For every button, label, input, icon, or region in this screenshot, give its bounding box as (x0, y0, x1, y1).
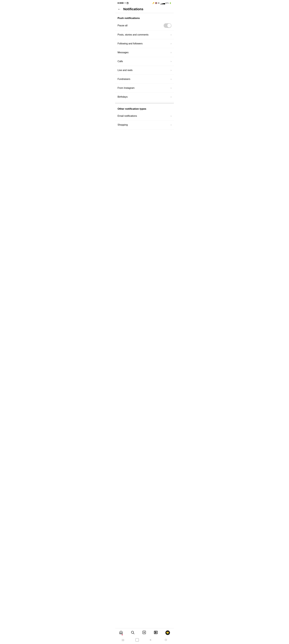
nav-icons-row: 🙂 (115, 628, 174, 636)
live-reels-right: › (171, 69, 171, 72)
key-icon: 🔑 (152, 2, 154, 4)
recents-button[interactable]: ||| (120, 638, 127, 642)
status-left-icons: 🖼 ✳ ▶ (122, 2, 128, 4)
nav-search[interactable] (129, 630, 136, 636)
chevron-right-icon: › (171, 69, 171, 72)
pinwheel-icon: ✳ (124, 2, 126, 4)
shopping-right: › (171, 124, 171, 126)
svg-line-1 (133, 633, 134, 634)
from-instagram-right: › (171, 87, 171, 89)
pause-all-toggle[interactable] (164, 23, 171, 28)
posts-stories-comments-row[interactable]: Posts, stories and comments › (115, 30, 174, 39)
status-time: 8:00 (118, 2, 122, 4)
following-followers-label: Following and followers (118, 42, 143, 45)
pause-all-row[interactable]: Pause all (115, 21, 174, 30)
profile-avatar: 🙂 (165, 630, 170, 635)
svg-text:🙂: 🙂 (167, 632, 169, 634)
shopping-row[interactable]: Shopping › (115, 120, 174, 129)
chevron-right-icon: › (171, 60, 171, 63)
following-followers-right: › (171, 42, 171, 45)
birthdays-row[interactable]: Birthdays › (115, 92, 174, 102)
photo-icon: 🖼 (122, 2, 124, 4)
fundraisers-label: Fundraisers (118, 78, 130, 80)
chevron-right-icon: › (171, 115, 171, 117)
fundraisers-row[interactable]: Fundraisers › (115, 75, 174, 84)
chevron-right-icon: › (171, 78, 171, 80)
shopping-label: Shopping (118, 124, 128, 126)
system-nav: ||| < ⚇ (115, 636, 174, 644)
battery-text: 50% (165, 2, 169, 4)
nav-new-post[interactable] (140, 630, 148, 636)
mute-icon: 🔇 (155, 2, 157, 4)
accessibility-button[interactable]: ⚇ (162, 638, 169, 642)
play-icon: ▶ (127, 2, 128, 4)
toggle-knob (167, 24, 171, 28)
status-bar: 8:00 🖼 ✳ ▶ 🔑 🔇 4G ▁▂▃▄ 50% 🔋 (115, 0, 174, 6)
search-icon (131, 630, 135, 635)
nav-profile[interactable]: 🙂 (164, 630, 172, 636)
chevron-right-icon: › (171, 34, 171, 36)
chevron-right-icon: › (171, 124, 171, 126)
battery-icon: 🔋 (169, 2, 171, 4)
chevron-right-icon: › (171, 42, 171, 45)
other-notifications-title: Other notification types (115, 104, 174, 112)
messages-row[interactable]: Messages › (115, 48, 174, 57)
birthdays-right: › (171, 96, 171, 98)
push-notifications-section: Push notifications Pause all Posts, stor… (115, 13, 174, 102)
fundraisers-right: › (171, 78, 171, 80)
messages-right: › (171, 51, 171, 54)
calls-row[interactable]: Calls › (115, 57, 174, 66)
nav-reels[interactable] (152, 630, 160, 636)
back-arrow-icon: ← (118, 7, 121, 11)
section-divider (115, 102, 174, 104)
following-followers-row[interactable]: Following and followers › (115, 39, 174, 48)
svg-point-6 (155, 632, 156, 633)
chevron-right-icon: › (171, 51, 171, 54)
plus-square-icon (142, 630, 146, 635)
posts-stories-comments-right: › (171, 34, 171, 36)
svg-rect-5 (154, 631, 157, 634)
from-instagram-row[interactable]: From Instagram › (115, 84, 174, 92)
chevron-right-icon: › (171, 96, 171, 98)
live-reels-row[interactable]: Live and reels › (115, 66, 174, 75)
status-right-icons: 🔑 🔇 4G ▁▂▃▄ 50% 🔋 (152, 2, 171, 4)
header: ← Notifications (115, 6, 174, 13)
messages-label: Messages (118, 51, 129, 54)
nav-home[interactable] (117, 630, 125, 636)
email-notifications-right: › (171, 115, 171, 117)
posts-stories-comments-label: Posts, stories and comments (118, 34, 148, 36)
home-notification-dot (122, 634, 123, 635)
calls-right: › (171, 60, 171, 63)
back-nav-button[interactable]: < (147, 638, 154, 642)
pause-all-label: Pause all (118, 24, 128, 27)
push-notifications-title: Push notifications (115, 13, 174, 21)
email-notifications-label: Email notifications (118, 115, 137, 117)
calls-label: Calls (118, 60, 123, 63)
4g-icon: 4G (158, 2, 160, 4)
home-nav-button[interactable] (135, 638, 139, 642)
bottom-nav: 🙂 ||| < ⚇ (115, 628, 174, 644)
back-button[interactable]: ← (118, 7, 121, 11)
chevron-right-icon: › (171, 87, 171, 89)
page-title: Notifications (123, 7, 143, 11)
signal-icon: ▁▂▃▄ (160, 2, 165, 4)
reels-icon (154, 630, 158, 635)
email-notifications-row[interactable]: Email notifications › (115, 112, 174, 120)
from-instagram-label: From Instagram (118, 87, 135, 89)
live-reels-label: Live and reels (118, 69, 133, 72)
other-notifications-section: Other notification types Email notificat… (115, 104, 174, 129)
birthdays-label: Birthdays (118, 96, 128, 98)
